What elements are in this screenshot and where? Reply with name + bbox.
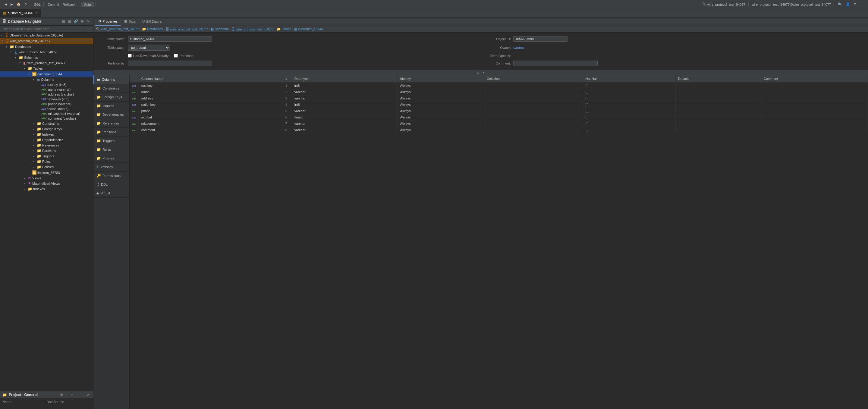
bp-min-btn[interactable]: _ [81,392,85,397]
partition-by-input[interactable] [128,61,212,66]
comment-input[interactable] [513,61,598,66]
main-tab-customer[interactable]: ▦ customer_13344 ✕ [0,9,41,17]
settings-btn[interactable]: ⚙ [852,2,858,7]
tree-node-wire-protocol[interactable]: ▾🗄wire_protocol_test_84077 - ... [0,38,93,44]
side-nav-item-references[interactable]: 📁References [93,119,129,128]
breadcrumb-item-0[interactable]: 🔌 wire_protocol_test_84077 [96,27,139,31]
tab-close-btn[interactable]: ✕ [35,11,38,14]
tree-node-indexes-top[interactable]: ▸📁Indexes [0,186,93,192]
tree-node-comment[interactable]: ABCcomment (varchar) [0,116,93,121]
side-nav-item-constraints[interactable]: 📁Constraints [93,84,129,93]
tree-node-tables[interactable]: ▾📁Tables [0,66,93,71]
row-level-security-checkbox[interactable] [128,54,132,58]
table-row-7[interactable]: abccomment8varcharAlways[ ] [130,127,868,133]
breadcrumb-item-2[interactable]: 🗄 wire_protocol_test_84077 [166,27,208,31]
tree-node-acctbal[interactable]: 123acctbal (float8) [0,106,93,111]
tree-node-nationkey[interactable]: 123nationkey (int8) [0,97,93,101]
tree-node-customer-13344[interactable]: ▾▦customer_13344 [0,71,93,77]
partitions-check[interactable]: Partitions [174,54,193,58]
side-nav-item-indexes[interactable]: 📁Indexes [93,101,129,110]
side-nav-item-virtual[interactable]: ◈Virtual [93,189,129,198]
tree-node-dbeaver-sample[interactable]: ▾🗄DBeaver Sample Database (SQLite) [0,33,93,38]
side-nav-item-partitions[interactable]: 📁Partitions [93,128,129,136]
rollback-button[interactable]: Rollback [61,2,77,7]
side-nav-item-rules[interactable]: 📁Rules [93,145,129,154]
nav-link-btn[interactable]: 🔗 [73,19,79,24]
tree-node-foreign-keys[interactable]: ▸📁Foreign Keys [0,126,93,132]
bp-settings-btn[interactable]: ⚙ [59,392,64,397]
home-btn[interactable]: 🏠 [15,2,22,7]
side-nav-item-ddl[interactable]: ⟨⟩DDL [93,180,129,189]
side-nav-item-dependencies[interactable]: 📁Dependencies [93,110,129,119]
side-nav-item-statistics[interactable]: ℹStatistics [93,163,129,171]
nav-settings-btn[interactable]: ⚙ [80,19,85,24]
tree-node-mat-views[interactable]: ▸👁Materialized Views [0,181,93,186]
back-btn[interactable]: ◀ [3,2,8,7]
more-btn[interactable]: ⋮ [859,2,865,7]
side-nav-item-triggers[interactable]: 📁Triggers [93,136,129,145]
tree-node-lineitem-56783[interactable]: ▦lineitem_56783 [0,170,93,176]
table-row-6[interactable]: abcmktsegment7varcharAlways[ ] [130,121,868,127]
tree-node-policies[interactable]: ▸📁Policies [0,164,93,170]
tree-node-schemas[interactable]: ▾📁Schemas [0,55,93,60]
object-id-input[interactable] [513,36,567,41]
schema-btn[interactable]: wire_protocol_test_84077@wire_protocol_t… [750,2,832,7]
tree-node-address[interactable]: ABCaddress (varchar) [0,92,93,97]
table-row-3[interactable]: 123nationkey4int8Always[ ] [130,101,868,108]
tree-node-databases[interactable]: ▾📁Databases [0,44,93,50]
tree-node-dependencies[interactable]: ▸📁Dependencies [0,137,93,143]
table-name-input[interactable] [128,36,212,41]
owner-link[interactable]: canner [513,45,524,50]
bp-plus-btn[interactable]: + [70,392,74,397]
tree-node-constraints[interactable]: ▸📁Constraints [0,121,93,126]
nav-search-input[interactable] [2,27,87,31]
side-nav-item-columns[interactable]: ☰Columns [93,75,129,84]
breadcrumb-item-1[interactable]: 📁 Databases [142,27,163,31]
table-row-1[interactable]: abcname2varcharAlways[ ] [130,89,868,95]
table-row-5[interactable]: 123acctbal6float8Always[ ] [130,114,868,121]
tree-node-phone[interactable]: ABCphone (varchar) [0,101,93,106]
sub-tab-er-diagram[interactable]: ⬡ER Diagram [139,18,167,26]
tree-node-triggers[interactable]: ▸📁Triggers [0,153,93,159]
bp-link-btn[interactable]: ↔ [75,392,80,397]
side-nav-item-permissions[interactable]: 🔑Permissions [93,171,129,180]
sql-button[interactable]: SQL [33,2,42,7]
connection-btn[interactable]: 🔌 wire_protocol_test_84077 [701,2,747,7]
table-row-2[interactable]: abcaddress3varcharAlways[ ] [130,95,868,101]
tree-node-wire-db[interactable]: ▾🗄wire_protocol_test_84077 [0,50,93,55]
user-btn[interactable]: 👤 [844,2,851,7]
tree-node-views[interactable]: ▸👁Views [0,176,93,181]
side-nav-item-foreign-keys[interactable]: 📁Foreign Keys [93,93,129,101]
search-btn[interactable]: 🔍 [836,2,844,7]
tree-node-name[interactable]: ABCname (varchar) [0,87,93,92]
forward-btn[interactable]: ▶ [9,2,14,7]
breadcrumb-item-3[interactable]: ◧ Schemas [211,27,229,31]
breadcrumb-item-6[interactable]: ▦ customer_13344 [294,27,323,31]
nav-close-btn[interactable]: ✕ [86,19,91,24]
tablespace-select[interactable]: pg_default [128,44,170,51]
tree-node-rules[interactable]: ▸📁Rules [0,159,93,164]
commit-button[interactable]: Commit [46,2,61,7]
tree-node-references[interactable]: ▸📁References [0,143,93,148]
nav-collapse-btn[interactable]: ⊟ [61,19,66,24]
data-table-container[interactable]: Column Name#Data typeIdentityCollationNo… [130,75,868,409]
refresh-btn[interactable]: ↻ [23,2,29,7]
sub-tab-properties[interactable]: ⚙Properties [95,18,121,26]
table-row-0[interactable]: 123custkey1int8Always[ ] [130,82,868,89]
breadcrumb-item-5[interactable]: 📁 Tables [277,27,291,31]
tree-node-partitions[interactable]: ▸📁Partitions [0,148,93,153]
partitions-checkbox[interactable] [174,54,178,58]
breadcrumb-item-4[interactable]: 🗄 wire_protocol_test_84077 [231,27,274,31]
table-row-4[interactable]: abcphone5varcharAlways[ ] [130,108,868,114]
nav-expand-btn[interactable]: ⊞ [67,19,72,24]
bp-close-btn[interactable]: ✕ [86,392,91,397]
tree-node-wire-schema[interactable]: ▾◧wire_protocol_test_84077 [0,60,93,66]
tree-node-custkey[interactable]: 123custkey (int8) [0,82,93,87]
row-level-security-check[interactable]: Has Row-Level Security [128,54,168,58]
tree-node-indexes[interactable]: ▸📁Indexes [0,132,93,137]
side-nav-item-policies[interactable]: 📁Policies [93,154,129,163]
tree-node-columns[interactable]: ▾☰Columns [0,77,93,82]
tree-node-mktsegment[interactable]: ABCmktsegment (varchar) [0,111,93,116]
bp-minus-btn[interactable]: − [65,392,69,397]
sub-tab-data[interactable]: ▦Data [121,18,138,26]
